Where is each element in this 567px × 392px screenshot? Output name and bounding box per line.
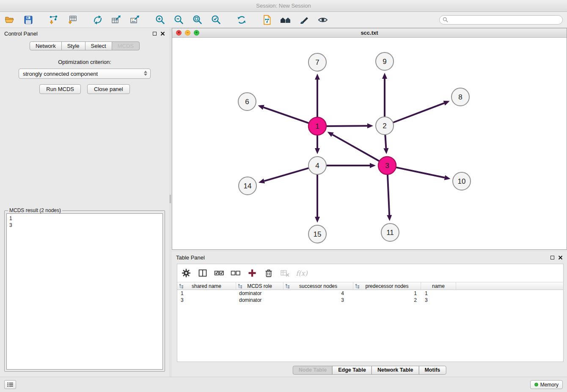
show-columns-button[interactable] <box>198 268 208 278</box>
delete-table-button-disabled <box>280 268 290 278</box>
column-header-name[interactable]: name <box>421 282 456 290</box>
search-input[interactable] <box>448 17 562 23</box>
graph-edge-3-10[interactable] <box>395 167 445 178</box>
create-column-button[interactable] <box>247 268 257 278</box>
cell-shared-name[interactable]: 3 <box>177 297 236 303</box>
graph-node-6[interactable]: 6 <box>238 93 256 110</box>
save-session-button[interactable] <box>22 14 35 26</box>
import-network-button[interactable] <box>47 14 60 26</box>
tab-network[interactable]: Network <box>30 41 62 50</box>
export-table-button[interactable] <box>110 14 123 26</box>
cell-name[interactable]: 3 <box>421 297 456 303</box>
close-panel-button[interactable]: Close panel <box>87 84 130 94</box>
home-views-button[interactable] <box>279 14 292 26</box>
style-brush-button[interactable] <box>298 14 311 26</box>
memory-button[interactable]: Memory <box>530 380 563 389</box>
graph-edge-3-1[interactable] <box>333 135 380 162</box>
show-hide-button[interactable] <box>317 14 329 26</box>
cell-name[interactable]: 1 <box>421 290 456 296</box>
control-panel-tabs: Network Style Select MCDS <box>0 41 169 50</box>
open-session-button[interactable] <box>3 14 16 26</box>
export-image-button[interactable] <box>129 14 141 26</box>
select-all-columns-button[interactable] <box>214 268 224 278</box>
column-header-mcds-role[interactable]: MCDS role <box>236 282 284 290</box>
cell-shared-name[interactable]: 1 <box>177 290 236 296</box>
panel-toggle-button[interactable] <box>4 380 16 389</box>
tab-network-table[interactable]: Network Table <box>372 366 419 375</box>
cell-mcds-role[interactable]: dominator <box>236 290 284 296</box>
graph-edge-1-6[interactable] <box>264 108 310 124</box>
graph-edge-arrowhead <box>382 73 387 79</box>
table-settings-button[interactable] <box>181 268 191 278</box>
result-line: 3 <box>9 222 160 229</box>
table-panel-title: Table Panel <box>176 254 205 261</box>
network-canvas[interactable]: 7968124314101511 <box>172 38 567 250</box>
table-row[interactable]: 3 dominator 3 2 3 <box>177 297 563 304</box>
control-panel: Control Panel Network Style Select MCDS … <box>0 28 169 377</box>
column-header-shared-name[interactable]: shared name <box>177 282 236 290</box>
cell-mcds-role[interactable]: dominator <box>236 297 284 303</box>
float-table-panel-icon[interactable] <box>550 256 554 259</box>
graph-node-3[interactable]: 3 <box>378 157 396 174</box>
float-panel-icon[interactable] <box>153 32 157 36</box>
window-close-button[interactable]: ✕ <box>176 30 182 36</box>
graph-edge-2-8[interactable] <box>392 103 444 123</box>
graph-node-9[interactable]: 9 <box>376 52 394 70</box>
window-zoom-button[interactable]: + <box>194 30 199 36</box>
cell-successor-nodes[interactable]: 3 <box>284 297 353 303</box>
column-label: predecessor nodes <box>365 283 408 289</box>
graph-edge-4-14[interactable] <box>264 168 309 181</box>
zoom-fit-icon <box>192 14 203 25</box>
graph-node-label: 15 <box>314 230 322 238</box>
graph-node-11[interactable]: 11 <box>381 224 399 241</box>
graph-node-10[interactable]: 10 <box>453 172 471 190</box>
table-row[interactable]: 1 dominator 4 1 1 <box>177 290 563 297</box>
table-panel-header: Table Panel <box>172 252 567 263</box>
column-header-successor-nodes[interactable]: successor nodes <box>284 282 353 290</box>
close-panel-icon[interactable] <box>160 31 165 36</box>
import-table-button[interactable] <box>66 14 79 26</box>
cell-predecessor-nodes[interactable]: 1 <box>353 290 421 296</box>
close-table-panel-icon[interactable] <box>558 255 563 260</box>
cell-successor-nodes[interactable]: 4 <box>284 290 353 296</box>
graph-node-14[interactable]: 14 <box>239 177 256 195</box>
run-mcds-button[interactable]: Run MCDS <box>39 84 81 94</box>
graph-node-7[interactable]: 7 <box>308 53 326 71</box>
delete-column-button[interactable] <box>264 268 274 278</box>
graph-edge-1-2[interactable] <box>325 126 367 126</box>
tab-node-table[interactable]: Node Table <box>293 366 333 375</box>
tab-mcds[interactable]: MCDS <box>112 41 140 50</box>
cell-predecessor-nodes[interactable]: 2 <box>353 297 421 303</box>
graph-node-15[interactable]: 15 <box>308 225 326 243</box>
tab-style[interactable]: Style <box>61 41 85 50</box>
graph-node-2[interactable]: 2 <box>376 117 394 135</box>
zoom-out-button[interactable] <box>173 14 185 26</box>
tab-edge-table[interactable]: Edge Table <box>332 366 372 375</box>
zoom-fit-button[interactable] <box>191 14 204 26</box>
zoom-selected-button[interactable] <box>210 14 223 26</box>
table-panel-tabs: Node Table Edge Table Network Table Moti… <box>293 366 446 375</box>
result-line: 1 <box>9 215 160 222</box>
search-box[interactable] <box>439 15 563 25</box>
tab-motifs[interactable]: Motifs <box>418 366 446 375</box>
column-label: shared name <box>192 283 221 289</box>
criterion-dropdown[interactable]: strongly connected component <box>19 69 151 79</box>
refresh-button[interactable] <box>235 14 248 26</box>
table-header-row: shared name MCDS role successor nodes pr… <box>177 282 563 290</box>
swap-arrows-button[interactable] <box>91 14 104 26</box>
column-header-predecessor-nodes[interactable]: predecessor nodes <box>353 282 421 290</box>
zoom-in-button[interactable] <box>154 14 167 26</box>
network-window-titlebar[interactable]: ✕ − + scc.txt <box>172 28 567 38</box>
deselect-all-columns-button[interactable] <box>231 268 241 278</box>
network-from-clipboard-button[interactable] <box>261 14 273 26</box>
mcds-result-box[interactable]: 1 3 <box>6 213 163 370</box>
graph-node-label: 11 <box>386 229 394 237</box>
graph-node-8[interactable]: 8 <box>451 88 469 106</box>
graph-edge-2-3[interactable] <box>385 134 386 148</box>
graph-node-4[interactable]: 4 <box>308 157 326 174</box>
graph-node-1[interactable]: 1 <box>308 117 326 135</box>
import-network-icon <box>48 14 59 25</box>
window-minimize-button[interactable]: − <box>185 30 190 36</box>
graph-edge-3-11[interactable] <box>388 174 389 215</box>
tab-select[interactable]: Select <box>85 41 112 50</box>
